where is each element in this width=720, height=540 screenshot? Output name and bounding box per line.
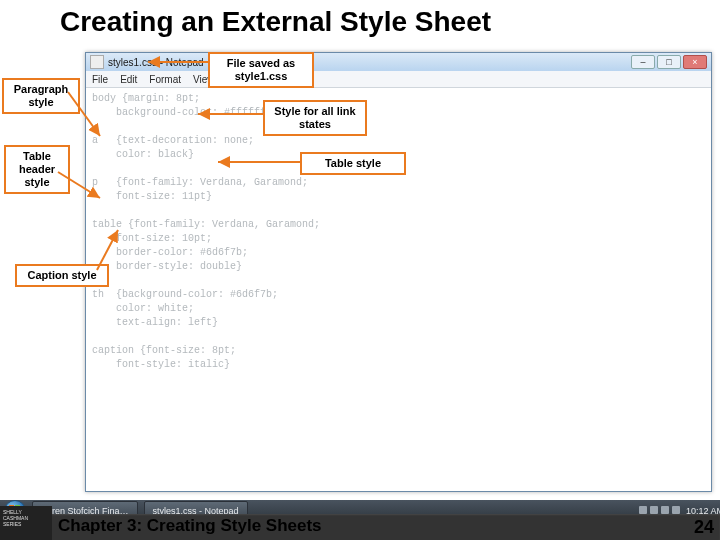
window-close-icon[interactable]: × [683,55,707,69]
callout-link-states: Style for all link states [263,100,367,136]
series-logo: SHELLYCASHMANSERIES [0,506,52,540]
window-minimize-icon[interactable]: – [631,55,655,69]
callout-table-header: Table header style [4,145,70,194]
menu-file[interactable]: File [92,74,108,85]
notepad-window-title: styles1.css - Notepad [108,57,204,68]
window-maximize-icon[interactable]: □ [657,55,681,69]
callout-paragraph: Paragraph style [2,78,80,114]
callout-caption: Caption style [15,264,109,287]
slide-title: Creating an External Style Sheet [60,6,491,38]
menu-edit[interactable]: Edit [120,74,137,85]
menu-format[interactable]: Format [149,74,181,85]
notepad-menubar: File Edit Format View Help [86,71,711,88]
callout-table-style: Table style [300,152,406,175]
notepad-titlebar: styles1.css - Notepad – □ × [86,53,711,71]
footer-chapter: Chapter 3: Creating Style Sheets [58,516,322,536]
page-number: 24 [694,517,714,538]
callout-file-saved: File saved as style1.css [208,52,314,88]
notepad-window: styles1.css - Notepad – □ × File Edit Fo… [85,52,712,492]
notepad-text-area[interactable]: body {margin: 8pt; background-color: #ff… [86,88,711,376]
notepad-icon [90,55,104,69]
